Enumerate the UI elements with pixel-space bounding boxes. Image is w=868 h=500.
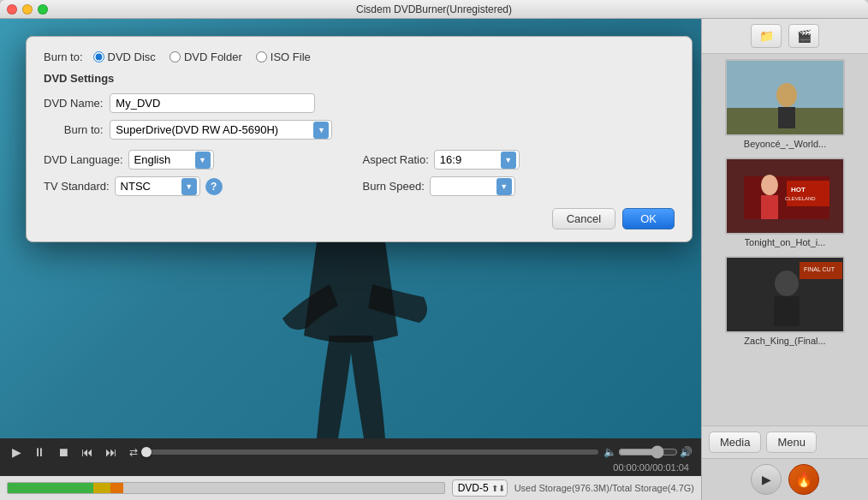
play-button[interactable]: ▶ <box>9 443 25 461</box>
dvd-language-select[interactable]: English <box>128 150 214 170</box>
dvd-folder-radio[interactable] <box>169 51 181 62</box>
controls-row: ▶ ⏸ ⏹ ⏮ ⏭ ⇄ 🔈 🔊 <box>9 443 693 461</box>
iso-file-radio[interactable] <box>256 51 267 62</box>
dvd-disc-radio[interactable] <box>93 51 104 62</box>
burn-speed-select[interactable]: Max 4x 8x <box>430 176 515 196</box>
volume-group: 🔈 🔊 <box>603 445 693 459</box>
svg-rect-11 <box>761 195 778 219</box>
storage-bar <box>7 482 445 494</box>
tv-standard-pair: TV Standard: NTSC PAL ▼ ? <box>44 176 356 196</box>
dvd-settings-grid: DVD Name: Burn to: SuperDrive(DVD RW AD-… <box>44 93 675 140</box>
film-icon: 🎬 <box>797 29 812 43</box>
right-play-button[interactable]: ▶ <box>751 464 782 495</box>
storage-label: Used Storage(976.3M)/Total Storage(4.7G) <box>514 483 694 493</box>
total-time: 00:01:04 <box>652 462 689 473</box>
svg-text:CLEVELAND: CLEVELAND <box>785 196 816 201</box>
svg-rect-12 <box>787 181 829 206</box>
iso-file-option[interactable]: ISO File <box>256 51 311 63</box>
aspect-ratio-select[interactable]: 16:9 4:3 <box>434 150 520 170</box>
open-folder-button[interactable]: 📁 <box>751 24 782 48</box>
burn-to-device-label: Burn to: <box>44 120 103 140</box>
svg-rect-6 <box>778 107 795 128</box>
dvd-folder-option[interactable]: DVD Folder <box>169 51 242 63</box>
svg-point-5 <box>776 83 797 107</box>
vol-low-icon: 🔈 <box>603 446 616 458</box>
burn-to-device-select[interactable]: SuperDrive(DVD RW AD-5690H) <box>110 120 332 140</box>
dvd-language-wrapper: English ▼ <box>128 150 214 170</box>
next-button[interactable]: ⏭ <box>102 443 121 461</box>
thumbnail-beyonce[interactable] <box>725 59 845 136</box>
burn-to-options: DVD Disc DVD Folder ISO File <box>93 51 311 63</box>
dvd-type-select[interactable]: DVD-5 DVD-9 <box>452 479 508 497</box>
dvd-name-label: DVD Name: <box>44 93 103 113</box>
burn-speed-label: Burn Speed: <box>363 180 425 193</box>
thumb-beyonce-img <box>727 61 845 136</box>
bottom-settings: DVD Language: English ▼ Aspect Ratio: <box>44 150 675 196</box>
ok-button[interactable]: OK <box>622 208 675 229</box>
right-bottom-bar: Media Menu <box>702 426 868 458</box>
burn-speed-wrapper: Max 4x 8x ▼ <box>430 176 515 196</box>
dvd-name-input[interactable] <box>110 93 315 113</box>
video-area: Burn to: DVD Disc DVD Folder ISO File <box>0 19 701 500</box>
storage-seg-green <box>8 483 93 493</box>
aspect-ratio-wrapper: 16:9 4:3 ▼ <box>434 150 520 170</box>
dvd-language-pair: DVD Language: English ▼ <box>44 150 356 170</box>
minimize-button[interactable] <box>22 4 33 15</box>
aspect-ratio-label: Aspect Ratio: <box>363 153 429 166</box>
burn-to-device-wrapper: SuperDrive(DVD RW AD-5690H) ▼ <box>110 120 332 140</box>
tv-standard-select[interactable]: NTSC PAL <box>115 176 200 196</box>
prev-button[interactable]: ⏮ <box>78 443 97 461</box>
right-toolbar: 📁 🎬 <box>702 19 868 54</box>
thumbnail-tonight[interactable]: HOT CLEVELAND <box>725 158 845 235</box>
storage-area: DVD-5 DVD-9 ⬆⬇ Used Storage(976.3M)/Tota… <box>0 476 701 500</box>
stop-button[interactable]: ⏹ <box>54 443 73 461</box>
menu-button[interactable]: Menu <box>766 432 817 453</box>
dvd-disc-label: DVD Disc <box>108 51 156 63</box>
maximize-button[interactable] <box>38 4 48 15</box>
shuffle-button[interactable]: ⇄ <box>126 444 141 460</box>
burn-to-label: Burn to: <box>44 51 83 63</box>
volume-slider[interactable] <box>618 445 678 459</box>
dvd-disc-option[interactable]: DVD Disc <box>93 51 156 63</box>
progress-bar[interactable] <box>146 449 598 455</box>
add-video-button[interactable]: 🎬 <box>788 24 819 48</box>
window-controls[interactable] <box>7 4 48 15</box>
list-item[interactable]: Beyoncé_-_World... <box>707 59 863 149</box>
close-button[interactable] <box>7 4 17 15</box>
svg-point-10 <box>761 175 778 195</box>
thumb-tonight-img: HOT CLEVELAND <box>727 159 845 235</box>
dialog-buttons: Cancel OK <box>44 208 675 229</box>
pause-button[interactable]: ⏸ <box>30 443 49 461</box>
right-panel: 📁 🎬 <box>701 19 868 500</box>
title-bar: Cisdem DVDBurner(Unregistered) <box>0 0 868 19</box>
thumb-beyonce-label: Beyoncé_-_World... <box>744 139 826 149</box>
vol-high-icon: 🔊 <box>680 446 693 458</box>
dvd-name-value <box>110 93 675 113</box>
thumbnail-zach[interactable]: FINAL CUT <box>725 256 845 333</box>
dvd-language-label: DVD Language: <box>44 153 123 166</box>
svg-text:FINAL CUT: FINAL CUT <box>804 266 835 272</box>
tv-standard-help-button[interactable]: ? <box>205 178 223 195</box>
folder-icon: 📁 <box>759 29 774 43</box>
list-item[interactable]: FINAL CUT Zach_King_(Final... <box>707 256 863 346</box>
window-title: Cisdem DVDBurner(Unregistered) <box>356 3 512 15</box>
svg-point-17 <box>775 271 799 296</box>
progress-knob[interactable] <box>141 447 152 457</box>
aspect-ratio-pair: Aspect Ratio: 16:9 4:3 ▼ <box>363 150 675 170</box>
media-button[interactable]: Media <box>709 432 761 453</box>
storage-seg-orange <box>110 483 123 493</box>
thumb-zach-label: Zach_King_(Final... <box>744 336 825 346</box>
burn-speed-pair: Burn Speed: Max 4x 8x ▼ <box>363 176 675 196</box>
dvd-type-wrapper: DVD-5 DVD-9 ⬆⬇ <box>452 479 508 497</box>
iso-file-label: ISO File <box>271 51 311 63</box>
cancel-button[interactable]: Cancel <box>552 208 615 229</box>
storage-seg-yellow <box>93 483 110 493</box>
video-content: Burn to: DVD Disc DVD Folder ISO File <box>0 19 701 438</box>
burn-to-row: Burn to: DVD Disc DVD Folder ISO File <box>44 51 675 63</box>
burn-to-device-value: SuperDrive(DVD RW AD-5690H) ▼ <box>110 120 675 140</box>
main-layout: Burn to: DVD Disc DVD Folder ISO File <box>0 19 868 500</box>
burn-button[interactable]: 🔥 <box>788 464 819 495</box>
svg-rect-18 <box>774 296 800 326</box>
thumb-zach-img: FINAL CUT <box>727 258 845 333</box>
list-item[interactable]: HOT CLEVELAND Tonight_on_Hot_i... <box>707 158 863 247</box>
